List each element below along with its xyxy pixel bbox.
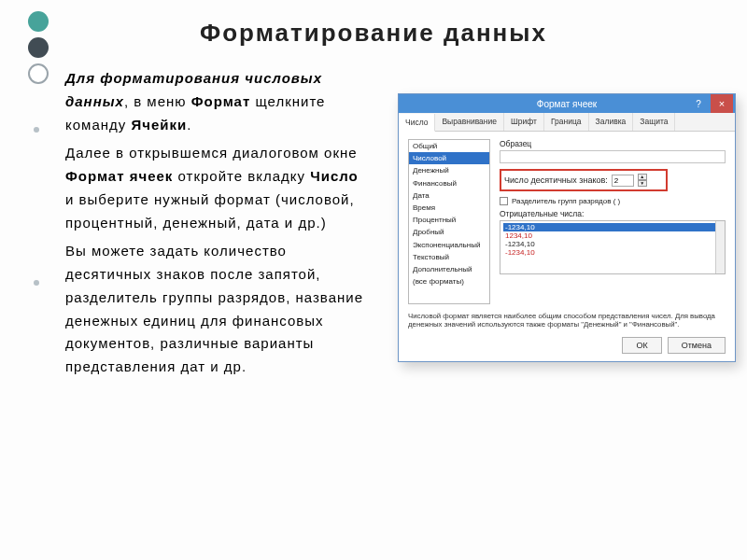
bullet-icon (34, 280, 39, 286)
decor-circle (28, 37, 49, 58)
list-item[interactable]: -1234,10 (503, 240, 722, 248)
list-item[interactable]: Дробный (409, 226, 489, 238)
list-item[interactable]: Общий (409, 140, 489, 152)
list-item[interactable]: Дата (409, 189, 489, 202)
list-item[interactable]: Текстовый (409, 251, 489, 263)
negative-numbers-list[interactable]: -1234,10 1234,10 -1234,10 -1234,10 (500, 220, 726, 274)
tab-number[interactable]: Число (399, 114, 435, 132)
paragraph: Вы можете задать количество десятичных з… (65, 240, 364, 379)
decor-circle (28, 11, 49, 32)
negative-numbers-label: Отрицательные числа: (500, 209, 726, 218)
options-panel: Образец Число десятичных знаков: ▲ ▼ Раз… (500, 139, 726, 304)
ok-button[interactable]: ОК (622, 337, 661, 354)
list-item[interactable]: Денежный (409, 164, 489, 176)
tab-fill[interactable]: Заливка (589, 113, 634, 131)
spinner-buttons[interactable]: ▲ ▼ (638, 174, 647, 187)
list-item[interactable]: Процентный (409, 214, 489, 226)
body-text: Для форматирования числовых данных, в ме… (65, 67, 364, 385)
category-list[interactable]: Общий Числовой Денежный Финансовый Дата … (408, 139, 490, 304)
sample-box (500, 150, 726, 163)
format-cells-dialog: Формат ячеек ? × Число Выравнивание Шриф… (398, 93, 736, 362)
decimal-places-label: Число десятичных знаков: (504, 175, 608, 185)
decor-circle (28, 63, 49, 84)
dialog-screenshot: Формат ячеек ? × Число Выравнивание Шриф… (398, 93, 736, 362)
spinner-up-icon[interactable]: ▲ (638, 174, 647, 180)
tab-protection[interactable]: Защита (633, 113, 675, 131)
thousands-separator-label: Разделитель групп разрядов ( ) (512, 197, 620, 205)
thousands-separator-row: Разделитель групп разрядов ( ) (500, 197, 726, 205)
cancel-button[interactable]: Отмена (668, 337, 726, 354)
sample-label: Образец (500, 139, 726, 148)
list-item[interactable]: Числовой (409, 152, 489, 164)
spinner-down-icon[interactable]: ▼ (638, 180, 647, 187)
list-item[interactable]: Экспоненциальный (409, 239, 489, 251)
dialog-body: Общий Числовой Денежный Финансовый Дата … (399, 132, 735, 310)
dialog-buttons: ОК Отмена (399, 329, 735, 361)
paragraph: Для форматирования числовых данных, в ме… (65, 67, 364, 136)
list-item[interactable]: Финансовый (409, 177, 489, 189)
thousands-separator-checkbox[interactable] (500, 197, 508, 205)
tab-alignment[interactable]: Выравнивание (435, 113, 504, 131)
dialog-titlebar: Формат ячеек ? × (399, 94, 735, 113)
list-item[interactable]: Дополнительный (409, 263, 489, 275)
format-description: Числовой формат является наиболее общим … (399, 310, 735, 329)
tab-border[interactable]: Граница (544, 113, 589, 131)
paragraph: Далее в открывшемся диалоговом окне Форм… (65, 142, 364, 234)
list-item[interactable]: (все форматы) (409, 275, 489, 287)
list-item[interactable]: -1234,10 (503, 223, 722, 231)
decimal-places-input[interactable] (612, 175, 634, 187)
page-title: Форматирование данных (0, 19, 747, 48)
decimal-places-row: Число десятичных знаков: ▲ ▼ (500, 169, 668, 191)
help-button[interactable]: ? (688, 94, 709, 113)
dialog-title-text: Формат ячеек (537, 99, 597, 109)
slide-decor (28, 11, 49, 84)
list-item[interactable]: Время (409, 202, 489, 214)
list-item[interactable]: 1234,10 (503, 231, 722, 240)
dialog-tabs: Число Выравнивание Шрифт Граница Заливка… (399, 113, 735, 132)
tab-font[interactable]: Шрифт (504, 113, 544, 131)
scrollbar[interactable] (715, 221, 725, 273)
close-button[interactable]: × (711, 94, 733, 113)
list-item[interactable]: -1234,10 (503, 248, 722, 257)
bullet-icon (34, 127, 39, 133)
